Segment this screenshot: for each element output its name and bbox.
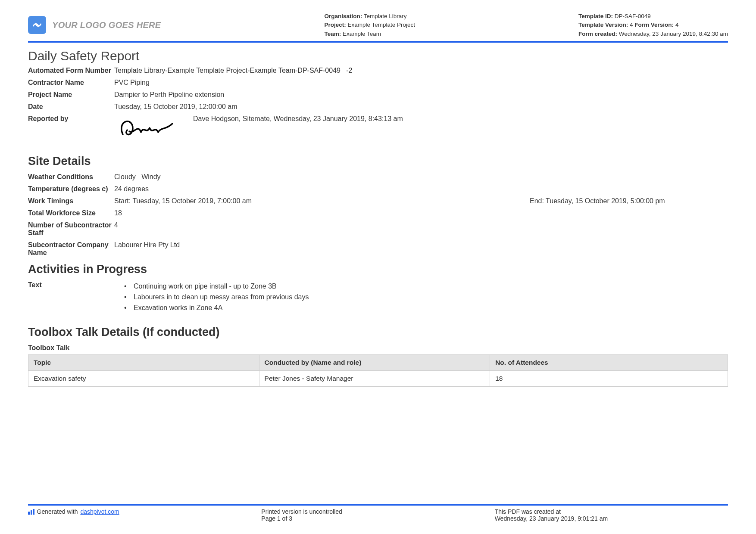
date-value: Tuesday, 15 October 2019, 12:00:00 am: [114, 103, 728, 111]
form-created-label: Form created:: [578, 31, 617, 37]
temperature-label: Temperature (degrees c): [28, 185, 114, 193]
header-left: YOUR LOGO GOES HERE: [28, 12, 161, 38]
section-site-details: Site Details: [28, 155, 728, 168]
footer-center: Printed version is uncontrolled Page 1 o…: [261, 508, 494, 522]
cell-conducted-by: Peter Jones - Safety Manager: [259, 371, 490, 387]
subcount-value: 4: [114, 221, 728, 237]
template-id-label: Template ID:: [578, 13, 613, 19]
header-middle: Organisation: Template Library Project: …: [324, 12, 415, 38]
project-label: Project:: [324, 22, 346, 28]
subco-label: Subcontractor Company Name: [28, 241, 114, 257]
weather-label: Weather Conditions: [28, 173, 114, 181]
team-value: Example Team: [341, 31, 381, 37]
section-toolbox: Toolbox Talk Details (If conducted): [28, 326, 728, 339]
pdf-created-label: This PDF was created at: [495, 508, 728, 515]
weather-value: Cloudy Windy: [114, 173, 728, 181]
dashpivot-link[interactable]: dashpivot.com: [80, 508, 119, 515]
projectname-value: Dampier to Perth Pipeline extension: [114, 91, 728, 99]
field-reported-by: Reported by Dave Hodgson, Sitemate, Wedn…: [28, 115, 728, 143]
header-right: Template ID: DP-SAF-0049 Template Versio…: [578, 12, 728, 38]
footer-right: This PDF was created at Wednesday, 23 Ja…: [495, 508, 728, 522]
contractor-value: PVC Piping: [114, 79, 728, 87]
team-label: Team:: [324, 31, 341, 37]
pdf-created-value: Wednesday, 23 January 2019, 9:01:21 am: [495, 515, 728, 522]
afn-label: Automated Form Number: [28, 67, 114, 75]
organisation-label: Organisation:: [324, 13, 362, 19]
col-conducted-by: Conducted by (Name and role): [259, 355, 490, 371]
field-temperature: Temperature (degrees c) 24 degrees: [28, 185, 728, 193]
toolbox-table: Topic Conducted by (Name and role) No. o…: [28, 354, 728, 387]
timings-label: Work Timings: [28, 197, 114, 205]
list-item: Labourers in to clean up messy areas fro…: [134, 292, 309, 302]
projectname-label: Project Name: [28, 91, 114, 99]
timings-start: Start: Tuesday, 15 October 2019, 7:00:00…: [114, 197, 530, 205]
table-header-row: Topic Conducted by (Name and role) No. o…: [28, 355, 728, 371]
template-id-value: DP-SAF-0049: [613, 13, 651, 19]
form-version-label: Form Version:: [634, 22, 674, 28]
date-label: Date: [28, 103, 114, 111]
signature-image: [114, 115, 190, 143]
field-workforce-size: Total Workforce Size 18: [28, 209, 728, 217]
list-item: Continuing work on pipe install - up to …: [134, 281, 309, 291]
timings-end: End: Tuesday, 15 October 2019, 5:00:00 p…: [530, 197, 728, 205]
workforce-value: 18: [114, 209, 728, 217]
logo-placeholder-text: YOUR LOGO GOES HERE: [52, 20, 161, 30]
field-project-name: Project Name Dampier to Perth Pipeline e…: [28, 91, 728, 99]
contractor-label: Contractor Name: [28, 79, 114, 87]
document-header: YOUR LOGO GOES HERE Organisation: Templa…: [28, 12, 728, 43]
document-footer: Generated with dashpivot.com Printed ver…: [28, 504, 728, 522]
table-row: Excavation safety Peter Jones - Safety M…: [28, 371, 728, 387]
form-version-value: 4: [674, 22, 678, 28]
footer-left: Generated with dashpivot.com: [28, 508, 261, 522]
activities-label: Text: [28, 281, 114, 314]
col-attendees: No. of Attendees: [490, 355, 728, 371]
subcount-label: Number of Subcontractor Staff: [28, 221, 114, 237]
dashpivot-icon: [28, 509, 34, 515]
field-contractor-name: Contractor Name PVC Piping: [28, 79, 728, 87]
field-subcontractor-count: Number of Subcontractor Staff 4: [28, 221, 728, 237]
field-subcontractor-company: Subcontractor Company Name Labourer Hire…: [28, 241, 728, 257]
cell-topic: Excavation safety: [28, 371, 259, 387]
col-topic: Topic: [28, 355, 259, 371]
field-work-timings: Work Timings Start: Tuesday, 15 October …: [28, 197, 728, 205]
field-date: Date Tuesday, 15 October 2019, 12:00:00 …: [28, 103, 728, 111]
generated-prefix: Generated with: [37, 508, 78, 515]
workforce-label: Total Workforce Size: [28, 209, 114, 217]
toolbox-sublabel: Toolbox Talk: [28, 344, 728, 352]
uncontrolled-text: Printed version is uncontrolled: [261, 508, 494, 515]
field-weather: Weather Conditions Cloudy Windy: [28, 173, 728, 181]
project-value: Example Template Project: [346, 22, 415, 28]
field-automated-form-number: Automated Form Number Template Library-E…: [28, 67, 728, 75]
template-version-value: 4: [628, 22, 634, 28]
section-activities: Activities in Progress: [28, 263, 728, 276]
page-number: Page 1 of 3: [261, 515, 494, 522]
page-title: Daily Safety Report: [28, 49, 728, 63]
field-activities: Text Continuing work on pipe install - u…: [28, 281, 728, 314]
template-version-label: Template Version:: [578, 22, 628, 28]
organisation-value: Template Library: [362, 13, 406, 19]
reported-value: Dave Hodgson, Sitemate, Wednesday, 23 Ja…: [193, 115, 403, 123]
reported-label: Reported by: [28, 115, 114, 123]
logo-icon: [28, 16, 46, 34]
temperature-value: 24 degrees: [114, 185, 728, 193]
cell-attendees: 18: [490, 371, 728, 387]
list-item: Excavation works in Zone 4A: [134, 303, 309, 313]
form-created-value: Wednesday, 23 January 2019, 8:42:30 am: [617, 31, 728, 37]
activities-list: Continuing work on pipe install - up to …: [114, 281, 309, 314]
subco-value: Labourer Hire Pty Ltd: [114, 241, 728, 257]
afn-value: Template Library-Example Template Projec…: [114, 67, 728, 75]
